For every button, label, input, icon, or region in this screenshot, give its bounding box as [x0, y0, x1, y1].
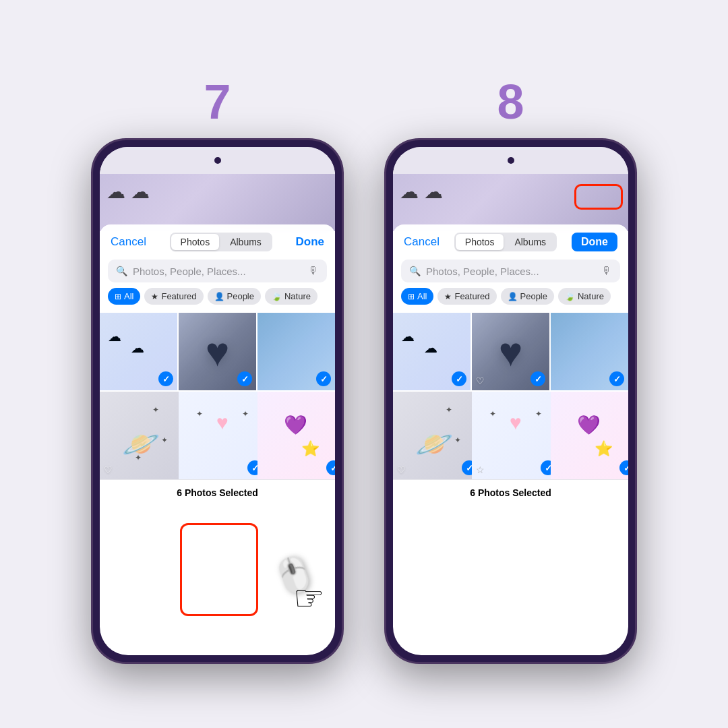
chip-people-8[interactable]: 👤 People: [501, 288, 554, 305]
check-8-3: ✓: [609, 371, 624, 386]
photo-cell-7-4[interactable]: 🪐 ✦ ✦ ✦ ♡: [100, 392, 187, 479]
seg-control-7: Photos Albums: [170, 233, 272, 251]
sparkle-8-4: ✦: [489, 409, 496, 419]
star-icon-8: ★: [444, 292, 452, 301]
planet-8: 🪐: [415, 426, 453, 462]
search-icon-7: 🔍: [116, 266, 127, 276]
done-btn-7[interactable]: Done: [295, 235, 324, 249]
sparkle-7-5: ✦: [242, 409, 249, 419]
albums-tab-8[interactable]: Albums: [505, 234, 555, 250]
check-8-1: ✓: [452, 371, 466, 386]
nature-icon-7: 🍃: [272, 292, 282, 301]
photo-cell-8-4[interactable]: 🪐 ✦ ✦ ♡ ✓: [393, 392, 481, 479]
small-heart-8: ♥: [510, 411, 522, 434]
grid-icon-8: ⊞: [408, 292, 415, 301]
mic-icon-7: 🎙: [308, 265, 319, 277]
cancel-btn-7[interactable]: Cancel: [111, 235, 146, 249]
mic-icon-8: 🎙: [601, 265, 612, 277]
albums-tab-7[interactable]: Albums: [220, 234, 271, 250]
chip-people-label-8: People: [520, 291, 547, 301]
phone-8-screen: ☁ ☁ Cancel Photos Albums Done: [393, 147, 628, 655]
purple-heart-7: 💜: [284, 414, 307, 436]
step-7: 7 ☁ ☁ Cancel Photos: [91, 78, 344, 664]
top-bar-8: Cancel Photos Albums Done: [393, 224, 628, 257]
chip-people-label-7: People: [227, 291, 254, 301]
chip-nature-label-7: Nature: [284, 291, 311, 301]
notch-8: [393, 147, 628, 174]
sparkle-7-4: ✦: [196, 409, 203, 419]
search-bar-7[interactable]: 🔍 Photos, People, Places... 🎙: [108, 260, 327, 282]
star-outline-8: ☆: [476, 464, 485, 475]
photo-grid-7: ☁ ☁ ✓ ♥ ✓ ✓: [100, 313, 335, 479]
chip-all-7[interactable]: ⊞ All: [108, 288, 140, 305]
chip-featured-label-8: Featured: [454, 291, 489, 301]
chip-featured-8[interactable]: ★ Featured: [437, 288, 496, 305]
photo-cell-8-2[interactable]: ♥ ♡ ✓: [472, 313, 549, 390]
selected-count-8: 6 Photos Selected: [470, 487, 551, 498]
chip-all-label-7: All: [124, 291, 133, 301]
sparkle-8-2: ✦: [454, 435, 461, 445]
purple-heart-8: 💜: [577, 414, 601, 436]
search-placeholder-7: Photos, People, Places...: [133, 266, 303, 277]
ui-panel-8: Cancel Photos Albums Done 🔍 Photos, Peop…: [393, 224, 628, 311]
photo-cell-7-2[interactable]: ♥ ✓: [179, 313, 256, 390]
chip-all-label-8: All: [417, 291, 427, 301]
phone-7-screen: ☁ ☁ Cancel Photos Albums Done: [100, 147, 335, 655]
small-heart-7: ♥: [216, 411, 229, 434]
bottom-bar-7: 6 Photos Selected: [100, 479, 335, 506]
heart-fav-8-2: ♡: [476, 375, 485, 386]
chip-all-8[interactable]: ⊞ All: [401, 288, 433, 305]
star-icon-7: ★: [151, 292, 158, 301]
photo-cell-8-3[interactable]: ✓: [551, 313, 628, 390]
bottom-bar-8: 6 Photos Selected: [393, 479, 628, 506]
filter-row-7: ⊞ All ★ Featured 👤 People 🍃: [100, 288, 335, 311]
check-7-3: ✓: [316, 371, 331, 386]
camera-dot-7: [214, 157, 221, 164]
cloud-bg-7: ☁ ☁: [107, 181, 150, 203]
photo-cell-7-3[interactable]: ✓: [257, 313, 335, 390]
photo-cell-8-6[interactable]: 💜 ⭐ ✓: [551, 392, 628, 479]
top-bar-7: Cancel Photos Albums Done: [100, 224, 335, 257]
cell-highlight-7: [180, 523, 258, 616]
people-icon-7: 👤: [214, 292, 224, 301]
notch-7: [100, 147, 335, 174]
chip-nature-8[interactable]: 🍃 Nature: [558, 288, 611, 305]
sparkle-8-1: ✦: [446, 405, 452, 415]
photos-tab-8[interactable]: Photos: [456, 234, 504, 250]
photo-grid-8: ☁ ☁ ✓ ♥ ♡ ✓ ✓: [393, 313, 628, 479]
seg-control-8: Photos Albums: [454, 233, 557, 251]
sparkle-7-1: ✦: [152, 405, 159, 415]
photo-top-bg-8: ☁ ☁: [393, 174, 628, 231]
photo-cell-7-6[interactable]: 💜 ⭐ ✓: [257, 392, 335, 479]
photo-cell-7-5[interactable]: ♥ ✦ ✦ ✓: [179, 392, 266, 479]
hand-cursor-7: ☞: [293, 578, 325, 618]
check-7-1: ✓: [158, 371, 173, 386]
filter-row-8: ⊞ All ★ Featured 👤 People 🍃: [393, 288, 628, 311]
check-7-2: ✓: [237, 371, 252, 386]
grid-icon-7: ⊞: [115, 292, 121, 301]
search-bar-8[interactable]: 🔍 Photos, People, Places... 🎙: [401, 260, 620, 282]
photo-cell-7-1[interactable]: ☁ ☁ ✓: [100, 313, 177, 390]
phone-8: ☁ ☁ Cancel Photos Albums Done: [384, 138, 637, 664]
chip-nature-7[interactable]: 🍃 Nature: [265, 288, 317, 305]
search-placeholder-8: Photos, People, Places...: [426, 266, 596, 277]
pink-star-8: ⭐: [595, 440, 613, 458]
heart-fav-7-4: ♡: [104, 464, 113, 475]
heart-fav-8-4: ♡: [397, 464, 406, 475]
photos-tab-7[interactable]: Photos: [171, 234, 220, 250]
photo-cell-8-1[interactable]: ☁ ☁ ✓: [393, 313, 471, 390]
pink-star-7: ⭐: [301, 440, 320, 458]
chip-people-7[interactable]: 👤 People: [208, 288, 261, 305]
camera-dot-8: [508, 157, 514, 164]
cloud-bg-8: ☁ ☁: [400, 181, 443, 203]
phone-7: ☁ ☁ Cancel Photos Albums Done: [91, 138, 344, 664]
photo-cell-8-5[interactable]: ♥ ✦ ✦ ☆ ✓: [472, 392, 559, 479]
done-btn-8[interactable]: Done: [572, 233, 617, 251]
sparkle-7-2: ✦: [161, 435, 168, 445]
check-7-6: ✓: [326, 460, 335, 475]
sparkle-7-3: ✦: [135, 453, 142, 462]
selected-count-7: 6 Photos Selected: [177, 487, 258, 498]
step-8-number: 8: [497, 78, 524, 126]
chip-featured-7[interactable]: ★ Featured: [144, 288, 203, 305]
cancel-btn-8[interactable]: Cancel: [404, 235, 439, 249]
